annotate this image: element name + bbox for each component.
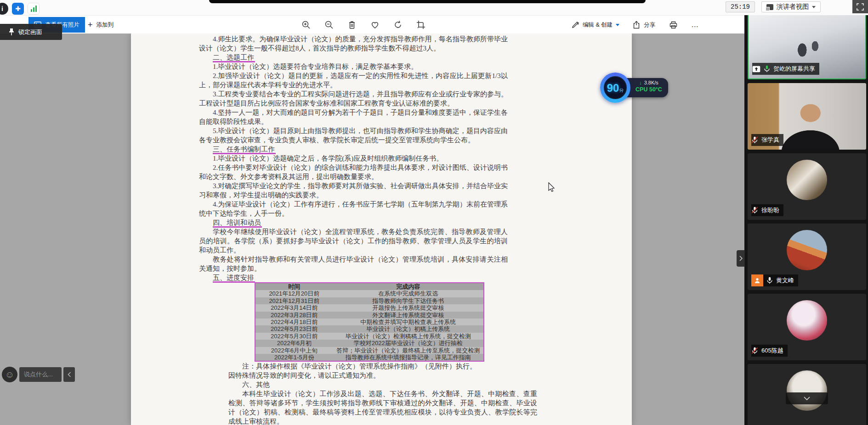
section-heading-2: 二、选题工作 [213, 53, 508, 62]
schedule-table-cell: 在系统中完成师生双选 [333, 290, 483, 297]
doc-note: 因特殊情况导致的时间变化，请以正式通知为准。 [228, 371, 537, 380]
doc-paragraph: 教务处将针对指导教师和有关管理人员进行毕业设计（论文）管理系统培训，具体安排请关… [199, 255, 508, 273]
photo-view-controls [301, 16, 426, 34]
participant-name: 黄文峰 [776, 276, 794, 285]
avatar [787, 300, 827, 341]
participant-name: 徐盼盼 [761, 206, 779, 214]
section-heading-6: 六、其他 [242, 380, 537, 389]
participant-label: 贺屹的屏幕共享 [752, 63, 819, 75]
edit-create-icon [571, 21, 579, 29]
avatar [787, 370, 827, 411]
pin-tooltip-label: 锁定画面 [18, 28, 42, 36]
participant-tile[interactable]: 徐盼盼 [748, 153, 866, 220]
schedule-table-header: 时间 完成内容 [255, 283, 483, 290]
schedule-table-cell: 2022年5月30日前 [255, 333, 333, 340]
participant-name: 605陈越 [761, 347, 783, 355]
doc-paragraph: 2.任务书中要对毕业设计（论文）的综合训练和能力培养提出具体要求，对设计图纸、设… [199, 163, 508, 181]
rotate-icon[interactable] [393, 20, 403, 30]
schedule-table-cell: 2021年12月31日前 [255, 297, 333, 304]
participant-tile[interactable] [748, 364, 866, 425]
schedule-table-row: 2022年6月中上旬答辩；毕业设计（论文）最终稿上传至系统，提交检测 [255, 347, 483, 354]
collapsed-meeting-toolbar[interactable] [209, 0, 646, 3]
share-icon [632, 21, 641, 29]
schedule-table-cell: 2022年1-5月份 [255, 354, 333, 361]
speaker-view-icon [766, 4, 773, 10]
system-tray: i ✚ [2, 3, 40, 15]
participant-label: 张学真 [751, 134, 783, 146]
chat-input[interactable]: 说点什么... [19, 367, 62, 382]
participant-tile[interactable]: 605陈越 [748, 294, 866, 360]
share-button[interactable]: 分享 [632, 21, 655, 29]
cpu-temperature: CPU 50°C [633, 86, 664, 93]
shield-plus-icon[interactable]: ✚ [12, 3, 24, 15]
schedule-table-cell: 学校对2022届毕业设计（论文）进行抽检 [333, 340, 483, 347]
doc-note: 注：具体操作根据《毕业设计（论文）管理系统操作指南》（见附件）执行。 [228, 362, 537, 371]
schedule-table: 时间 完成内容 2021年12月20日前在系统中完成师生双选2021年12月31… [255, 282, 484, 362]
schedule-table-row: 2022年6月初学校对2022届毕业设计（论文）进行抽检 [255, 340, 483, 347]
participant-tile[interactable]: 黄文峰 [748, 224, 866, 290]
top-strip: i ✚ 25:19 演讲者视图 [0, 0, 868, 15]
fullscreen-button[interactable] [852, 0, 868, 13]
add-to-label: 添加到 [96, 21, 114, 29]
mouse-cursor [548, 182, 556, 192]
doc-paragraph: 本科生毕业设计（论文）工作涉及出题、选题、下达任务书、外文翻译、开题、中期检查、… [228, 389, 537, 425]
doc-paragraph: 1.毕业设计（论文）选题确定之后，各学院(系)应及时组织教师编制任务书。 [199, 154, 508, 163]
avatar [787, 230, 827, 270]
doc-paragraph: 1.毕业设计（论文）选题要符合专业培养目标，满足教学基本要求。 [199, 62, 508, 71]
emoji-button[interactable]: ☺ [2, 367, 17, 382]
schedule-table-row: 2022年1-5月份指导教师在系统中填报指导记录，详见工作指南 [255, 354, 483, 361]
crop-icon[interactable] [416, 20, 426, 30]
chevron-right-icon [739, 256, 743, 261]
schedule-table-row: 2022年3月14日前开题报告上传系统提交审核 [255, 304, 483, 311]
schedule-table-cell: 2022年4月18日前 [255, 319, 333, 325]
schedule-table-cell: 外文翻译上传系统提交审核 [333, 312, 483, 319]
score-ring: 90 分 [600, 73, 630, 103]
schedule-table-cell: 毕业设计（论文）初稿上传系统 [333, 325, 483, 332]
schedule-table-row: 2022年4月18日前中期检查并填写中期检查表上传系统 [255, 319, 483, 325]
participant-tile[interactable]: 张学真 [748, 83, 866, 150]
schedule-table-cell: 2022年6月中上旬 [255, 347, 333, 354]
schedule-table-row: 2022年5月23日前毕业设计（论文）初稿上传系统 [255, 325, 483, 332]
more-options-button[interactable]: … [691, 21, 699, 29]
section-heading-4: 四、培训和动员 [213, 218, 508, 227]
mic-on-icon [764, 65, 770, 73]
participant-tile-screen-share[interactable]: 贺屹的屏幕共享 [748, 13, 866, 79]
zoom-out-icon[interactable] [324, 20, 334, 30]
doc-paragraph: 3.对确定撰写毕业论文的学生，指导教师要对其所做实验、社会调研做出具体安排，并结… [199, 181, 508, 200]
schedule-table-row: 2021年12月20日前在系统中完成师生双选 [255, 290, 483, 297]
print-icon[interactable] [668, 20, 678, 30]
schedule-col-time: 时间 [255, 283, 333, 290]
doc-bottom-block: 注：具体操作根据《毕业设计（论文）管理系统操作指南》（见附件）执行。 因特殊情况… [228, 362, 537, 425]
schedule-table-cell: 2022年3月28日前 [255, 312, 333, 319]
sidebar-collapse-tab[interactable] [737, 250, 745, 267]
plus-icon: + [88, 20, 93, 30]
chat-collapse-button[interactable] [63, 367, 75, 382]
delete-icon[interactable] [347, 20, 357, 30]
info-icon[interactable]: i [0, 3, 8, 15]
chevron-down-icon [804, 397, 810, 400]
scroll-more-participants-button[interactable] [786, 392, 828, 404]
share-label: 分享 [644, 21, 655, 29]
schedule-table-cell: 指导教师向学生下达任务书 [333, 297, 483, 304]
participant-label: 徐盼盼 [751, 204, 783, 216]
favorite-heart-icon[interactable] [370, 20, 380, 30]
doc-paragraph: 4.师生比要求。为确保毕业设计（论文）的质量，充分发挥指导教师作用，每名指导教师… [199, 34, 508, 53]
participant-label: 605陈越 [751, 345, 788, 357]
view-mode-selector[interactable]: 演讲者视图 [761, 1, 821, 12]
avatar [787, 160, 827, 200]
edit-create-button[interactable]: 编辑 & 创建 [571, 21, 619, 29]
schedule-table-cell: 毕业设计（论文）检测稿稿上传系统，提交检测 [333, 333, 483, 340]
meeting-topbar-controls: 25:19 演讲者视图 [726, 1, 821, 12]
smiley-icon: ☺ [5, 369, 14, 380]
stats-bars-icon[interactable] [28, 3, 40, 15]
schedule-table-cell: 2021年12月20日前 [255, 290, 333, 297]
photos-toolbar: 查看所有照片 + 添加到 [0, 15, 744, 34]
doc-paragraph: 4.为保证毕业设计（论文）工作有序进行，任务书应于第七学期（五年制第九学期）末前… [199, 200, 508, 218]
chevron-down-icon [616, 24, 619, 26]
participant-label: 黄文峰 [751, 274, 798, 286]
schedule-table-cell: 开题报告上传系统提交审核 [333, 304, 483, 311]
add-to-button[interactable]: + 添加到 [84, 17, 117, 33]
zoom-in-icon[interactable] [301, 20, 311, 30]
schedule-table-cell: 2022年3月14日前 [255, 304, 333, 311]
schedule-table-cell: 答辩；毕业设计（论文）最终稿上传至系统，提交检测 [333, 347, 483, 354]
